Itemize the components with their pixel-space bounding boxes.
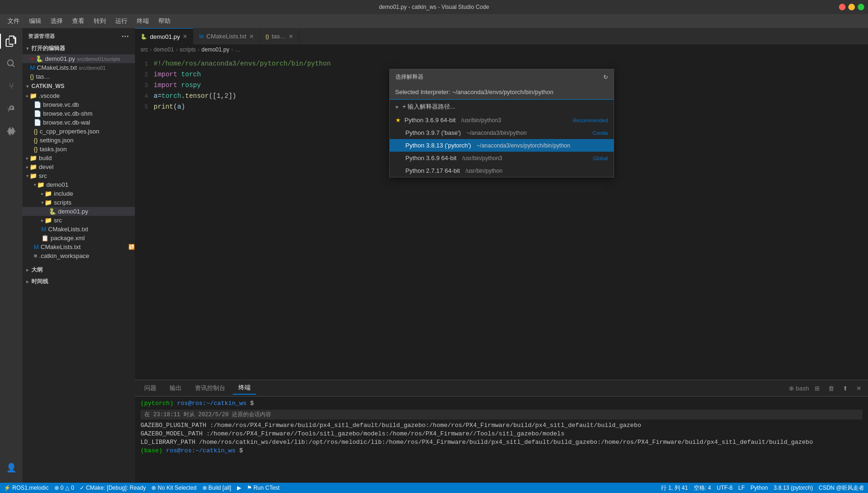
account-activity-icon[interactable]: 👤: [0, 456, 22, 479]
user-info: CSDN @听风走者: [818, 484, 864, 492]
browse-vc-db-shm[interactable]: 📄 browse.vc.db-shm: [22, 109, 135, 118]
indent-status[interactable]: 空格: 4: [694, 484, 711, 492]
tab-terminal[interactable]: 终端: [233, 382, 256, 395]
maximize-btn[interactable]: [858, 4, 864, 10]
demo01-folder[interactable]: ▾ 📁 demo01: [22, 180, 135, 189]
menu-item-查看[interactable]: 查看: [68, 15, 88, 27]
maximize-terminal-icon[interactable]: ⬆: [840, 384, 851, 393]
browse-vc-db-wal[interactable]: 📄 browse.vc.db-wal: [22, 118, 135, 127]
build-status[interactable]: ⊕ Build [all]: [202, 485, 231, 491]
tab-output[interactable]: 输出: [164, 382, 187, 394]
terminal-last-prompt: (base) ros@ros:~/catkin_ws $: [141, 447, 862, 455]
interpreter-option-4[interactable]: Python 3.6.9 64-bit /usr/bin/python3 Glo…: [390, 152, 614, 164]
open-editors-section[interactable]: ▾ 打开的编辑器: [22, 43, 135, 54]
src-subfolder[interactable]: ▸ 📁 src: [22, 216, 135, 225]
debug-activity-icon[interactable]: [0, 97, 22, 120]
split-terminal-icon[interactable]: ⊞: [812, 384, 823, 393]
sidebar-more-icon[interactable]: ⋯: [121, 32, 129, 41]
workspace-section[interactable]: ▾ CATKIN_WS: [22, 81, 135, 91]
menu-item-帮助[interactable]: 帮助: [155, 15, 174, 27]
run-icon-status[interactable]: ▶: [237, 485, 241, 491]
terminal-line-3: LD_LIBRARY_PATH /home/ros/catkin_ws/deve…: [141, 438, 862, 447]
breadcrumb-demo01[interactable]: demo01: [154, 46, 174, 53]
build-folder[interactable]: ▸ 📁 build: [22, 154, 135, 162]
tab-tasks[interactable]: {} tas… ✕: [260, 28, 300, 44]
menu-item-终端[interactable]: 终端: [133, 15, 153, 27]
tab-demo01py[interactable]: 🐍 demo01.py ✕: [135, 28, 193, 44]
error-status[interactable]: ⊗ 0 △ 0: [54, 485, 74, 491]
close-btn[interactable]: [839, 4, 846, 10]
workspace-arrow: ▾: [26, 84, 29, 89]
kit-status[interactable]: ⊗ No Kit Selected: [151, 485, 196, 491]
open-file-cmakelists[interactable]: M CMakeLists.txt src/demo01: [22, 63, 135, 72]
timeline-section[interactable]: ▸ 时间线: [22, 276, 135, 287]
add-interpreter-path[interactable]: + + 输入解释器路径...: [390, 100, 614, 114]
cmakelists-demo01[interactable]: M CMakeLists.txt: [22, 225, 135, 234]
title-bar: demo01.py - catkin_ws - Visual Studio Co…: [0, 0, 868, 14]
minimize-btn[interactable]: [848, 4, 855, 10]
editor-area: 🐍 demo01.py ✕ M CMakeLists.txt ✕ {} tas……: [135, 28, 868, 483]
sidebar: 资源管理器 ⋯ ▾ 打开的编辑器 ✕ 🐍 demo01.py src/demo0…: [22, 28, 135, 483]
line-ending-status[interactable]: LF: [738, 485, 745, 491]
tasks-json[interactable]: {} tasks.json: [22, 145, 135, 154]
search-activity-icon[interactable]: [0, 52, 22, 75]
vscode-folder[interactable]: ▸ 📁 .vscode: [22, 91, 135, 100]
py-icon: 🐍: [141, 34, 147, 40]
breadcrumb: src › demo01 › scripts › demo01.py › …: [135, 44, 868, 55]
bash-label: ⊕ bash: [789, 385, 809, 392]
extensions-activity-icon[interactable]: [0, 120, 22, 142]
devel-folder[interactable]: ▸ 📁 devel: [22, 162, 135, 171]
breadcrumb-scripts[interactable]: scripts: [179, 46, 196, 53]
modal-refresh-icon[interactable]: ↻: [603, 74, 608, 81]
open-file-tasks[interactable]: {} tas…: [22, 72, 135, 81]
breadcrumb-src[interactable]: src: [141, 46, 148, 53]
menu-item-运行[interactable]: 运行: [111, 15, 131, 27]
cmakelists-root[interactable]: M CMakeLists.txt 🔁: [22, 243, 135, 251]
outline-section-wrapper: ▸ 大纲 ▸ 时间线: [22, 264, 135, 287]
src-folder[interactable]: ▾ 📁 src: [22, 171, 135, 180]
include-folder[interactable]: ▸ 📁 include: [22, 189, 135, 198]
ctest-status[interactable]: ⚑ Run CTest: [247, 485, 280, 491]
cursor-pos[interactable]: 行 1, 列 41: [661, 484, 688, 492]
interpreter-option-1[interactable]: ★ Python 3.6.9 64-bit /usr/bin/python3 R…: [390, 114, 614, 126]
language-status[interactable]: Python: [750, 485, 768, 491]
package-xml[interactable]: 📋 package.xml: [22, 234, 135, 243]
interpreter-status[interactable]: 3.8.13 (pytorch): [773, 485, 813, 491]
menu-item-转到[interactable]: 转到: [90, 15, 110, 27]
interpreter-option-5[interactable]: Python 2.7.17 64-bit /usr/bin/python: [390, 164, 614, 177]
c-cpp-properties[interactable]: {} c_cpp_properties.json: [22, 127, 135, 136]
close-terminal-icon[interactable]: ✕: [853, 384, 864, 393]
git-activity-icon[interactable]: ⑂: [0, 75, 22, 97]
menu-item-选择[interactable]: 选择: [47, 15, 67, 27]
ros-status[interactable]: ⚡ ROS1.melodic: [4, 485, 49, 491]
breadcrumb-file[interactable]: demo01.py: [201, 46, 229, 53]
settings-json[interactable]: {} settings.json: [22, 136, 135, 145]
encoding-status[interactable]: UTF-8: [717, 485, 733, 491]
outline-section[interactable]: ▸ 大纲: [22, 264, 135, 276]
menu-item-编辑[interactable]: 编辑: [25, 15, 45, 27]
interpreter-option-2[interactable]: Python 3.9.7 ('base') ~/anaconda3/bin/py…: [390, 126, 614, 139]
open-file-demo01py[interactable]: ✕ 🐍 demo01.py src/demo01/scripts: [22, 54, 135, 63]
close-icon[interactable]: ✕: [30, 56, 34, 61]
interpreter-search-input[interactable]: [390, 85, 614, 100]
catkin-workspace[interactable]: ≡ .catkin_workspace: [22, 251, 135, 260]
demo01py-file[interactable]: 🐍 demo01.py: [22, 207, 135, 216]
tab-problems[interactable]: 问题: [139, 382, 162, 394]
tab-close-cmake[interactable]: ✕: [249, 33, 254, 40]
status-right: 行 1, 列 41 空格: 4 UTF-8 LF Python 3.8.13 (…: [661, 484, 864, 492]
tab-cmakelists[interactable]: M CMakeLists.txt ✕: [193, 28, 260, 44]
explorer-activity-icon[interactable]: [0, 30, 22, 52]
interpreter-option-3[interactable]: Python 3.8.13 ('pytorch') ~/anaconda3/en…: [390, 139, 614, 152]
scripts-folder[interactable]: ▾ 📁 scripts: [22, 198, 135, 207]
terminal-content[interactable]: (pytorch) ros@ros:~/catkin_ws $ 在 23:18:…: [135, 397, 868, 483]
cmake-status[interactable]: ✓ CMake: [Debug]: Ready: [80, 485, 146, 491]
breadcrumb-ellipsis[interactable]: …: [235, 46, 240, 53]
browse-vc-db[interactable]: 📄 browse.vc.db: [22, 100, 135, 109]
menu-item-文件[interactable]: 文件: [4, 15, 23, 27]
activity-bar: ⑂ 👤: [0, 28, 22, 483]
tab-close-tasks[interactable]: ✕: [289, 33, 293, 40]
terminal-controls: ⊕ bash ⊞ 🗑 ⬆ ✕: [789, 384, 864, 393]
tab-close-demo01py[interactable]: ✕: [183, 33, 187, 40]
tab-debug-console[interactable]: 资讯控制台: [189, 382, 231, 394]
kill-terminal-icon[interactable]: 🗑: [825, 384, 837, 393]
